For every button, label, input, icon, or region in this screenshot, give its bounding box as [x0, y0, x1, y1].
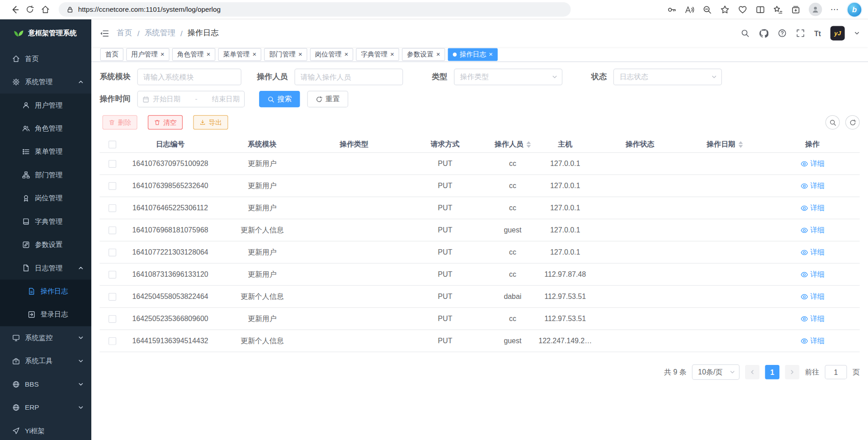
sidebar-item-log-mgmt[interactable]: 日志管理 — [0, 256, 91, 279]
tab-close-icon[interactable]: × — [489, 51, 493, 58]
tab-close-icon[interactable]: × — [207, 51, 211, 58]
chevron-down-icon[interactable] — [854, 30, 859, 36]
sidebar-toggle-icon[interactable] — [99, 28, 109, 38]
sidebar-item-login-log[interactable]: 登录日志 — [0, 303, 91, 326]
tab-close-icon[interactable]: × — [390, 51, 394, 58]
detail-link[interactable]: 详细 — [800, 159, 825, 169]
tab-role-mgmt[interactable]: 角色管理× — [172, 48, 216, 61]
home-button[interactable] — [38, 2, 53, 17]
tab-param-settings[interactable]: 参数设置× — [402, 48, 445, 61]
tab-dict-mgmt[interactable]: 字典管理× — [356, 48, 399, 61]
operator-input[interactable] — [294, 69, 403, 85]
detail-link[interactable]: 详细 — [800, 270, 825, 279]
row-checkbox[interactable] — [108, 204, 116, 212]
tab-post-mgmt[interactable]: 岗位管理× — [310, 48, 354, 61]
sidebar-item-dept-mgmt[interactable]: 部门管理 — [0, 163, 91, 186]
detail-link[interactable]: 详细 — [800, 314, 825, 324]
sidebar-item-home[interactable]: 首页 — [0, 47, 91, 70]
tab-close-icon[interactable]: × — [298, 51, 302, 58]
tab-user-mgmt[interactable]: 用户管理× — [126, 48, 170, 61]
tab-close-icon[interactable]: × — [160, 51, 165, 58]
table-row[interactable]: 1642504558053822464 更新个人信息 PUT dabai 112… — [99, 286, 859, 308]
address-bar[interactable]: https://ccnetcore.com:1101/system/log/op… — [59, 2, 571, 17]
lock-icon[interactable] — [66, 6, 74, 13]
page-size-select[interactable]: 10条/页 — [692, 364, 740, 380]
detail-link[interactable]: 详细 — [800, 247, 825, 257]
refresh-table-icon[interactable] — [845, 115, 860, 130]
sidebar-item-tools[interactable]: 系统工具 — [0, 350, 91, 373]
table-row[interactable]: 1641076465225306112 更新用户 PUT cc 127.0.0.… — [99, 197, 859, 219]
back-button[interactable] — [7, 2, 22, 17]
sidebar-item-yi-framework[interactable]: Yi框架 — [0, 419, 91, 440]
github-icon[interactable] — [759, 28, 768, 38]
sidebar-item-bbs[interactable]: BBS — [0, 373, 91, 396]
search-button[interactable]: 搜索 — [259, 91, 300, 108]
page-number-button[interactable]: 1 — [765, 365, 779, 379]
table-row[interactable]: 1642505235366809600 更新用户 PUT cc 112.97.5… — [99, 308, 859, 330]
tab-close-icon[interactable]: × — [252, 51, 256, 58]
password-key-icon[interactable] — [667, 5, 677, 14]
fullscreen-icon[interactable] — [796, 29, 805, 38]
detail-link[interactable]: 详细 — [800, 292, 825, 302]
browser-essentials-icon[interactable] — [738, 5, 747, 14]
prev-page-button[interactable] — [745, 365, 760, 379]
table-row[interactable]: 1641076398565232640 更新用户 PUT cc 127.0.0.… — [99, 175, 859, 197]
show-search-icon[interactable] — [826, 115, 840, 130]
breadcrumb-item[interactable]: 首页 — [117, 28, 132, 38]
sidebar-item-monitor[interactable]: 系统监控 — [0, 326, 91, 349]
delete-button[interactable]: 删除 — [103, 115, 137, 130]
type-select[interactable]: 操作类型 — [454, 69, 562, 85]
breadcrumb-item[interactable]: 系统管理 — [144, 28, 175, 38]
read-aloud-icon[interactable] — [685, 5, 694, 14]
add-favorite-icon[interactable] — [720, 5, 730, 14]
zoom-out-icon[interactable] — [703, 5, 712, 14]
font-size-icon[interactable]: Tt — [814, 29, 821, 37]
sidebar-item-erp[interactable]: ERP — [0, 396, 91, 419]
row-checkbox[interactable] — [108, 315, 116, 322]
row-checkbox[interactable] — [108, 182, 116, 189]
collections-icon[interactable] — [791, 5, 801, 14]
tab-close-icon[interactable]: × — [344, 51, 349, 58]
tab-home[interactable]: 首页 — [100, 48, 123, 61]
help-icon[interactable] — [778, 29, 787, 38]
bing-icon[interactable]: b — [848, 3, 862, 17]
col-operator[interactable]: 操作人员 — [491, 139, 535, 149]
goto-page-input[interactable] — [825, 365, 847, 379]
col-date[interactable]: 操作日期 — [684, 139, 765, 149]
sidebar-item-menu-mgmt[interactable]: 菜单管理 — [0, 140, 91, 163]
sidebar-item-param-settings[interactable]: 参数设置 — [0, 233, 91, 256]
browser-profile-avatar[interactable] — [809, 3, 822, 16]
search-icon[interactable] — [741, 29, 750, 38]
sidebar-item-dict-mgmt[interactable]: 字典管理 — [0, 210, 91, 233]
user-avatar[interactable]: yJ — [830, 26, 845, 41]
detail-link[interactable]: 详细 — [800, 225, 825, 235]
more-menu-icon[interactable]: ⋯ — [830, 5, 840, 14]
detail-link[interactable]: 详细 — [800, 181, 825, 191]
row-checkbox[interactable] — [108, 293, 116, 300]
sidebar-item-post-mgmt[interactable]: 岗位管理 — [0, 187, 91, 210]
tab-menu-mgmt[interactable]: 菜单管理× — [218, 48, 261, 61]
row-checkbox[interactable] — [108, 160, 116, 167]
export-button[interactable]: 导出 — [193, 115, 228, 130]
sidebar-item-oper-log[interactable]: 操作日志 — [0, 279, 91, 303]
detail-link[interactable]: 详细 — [800, 336, 825, 346]
row-checkbox[interactable] — [108, 226, 116, 234]
clear-button[interactable]: 清空 — [148, 115, 183, 130]
sidebar-item-role-mgmt[interactable]: 角色管理 — [0, 117, 91, 140]
module-input[interactable] — [137, 69, 241, 85]
date-range-picker[interactable]: 开始日期 - 结束日期 — [137, 91, 245, 108]
table-row[interactable]: 1641076968181075968 更新个人信息 PUT guest 127… — [99, 219, 859, 241]
table-row[interactable]: 1641076370975100928 更新用户 PUT cc 127.0.0.… — [99, 153, 859, 175]
table-row[interactable]: 1644159136394514432 更新个人信息 PUT guest 122… — [99, 330, 859, 352]
app-logo[interactable]: 意框架管理系统 — [0, 19, 91, 47]
refresh-button[interactable] — [22, 2, 38, 17]
row-checkbox[interactable] — [108, 248, 116, 256]
favorites-icon[interactable] — [774, 5, 783, 14]
split-screen-icon[interactable] — [755, 5, 765, 14]
sidebar-item-user-mgmt[interactable]: 用户管理 — [0, 94, 91, 117]
detail-link[interactable]: 详细 — [800, 203, 825, 213]
tab-oper-log[interactable]: 操作日志× — [448, 48, 498, 61]
row-checkbox[interactable] — [108, 337, 116, 345]
table-row[interactable]: 1641077221303128064 更新用户 PUT cc 127.0.0.… — [99, 241, 859, 264]
sort-icon[interactable] — [526, 141, 531, 148]
